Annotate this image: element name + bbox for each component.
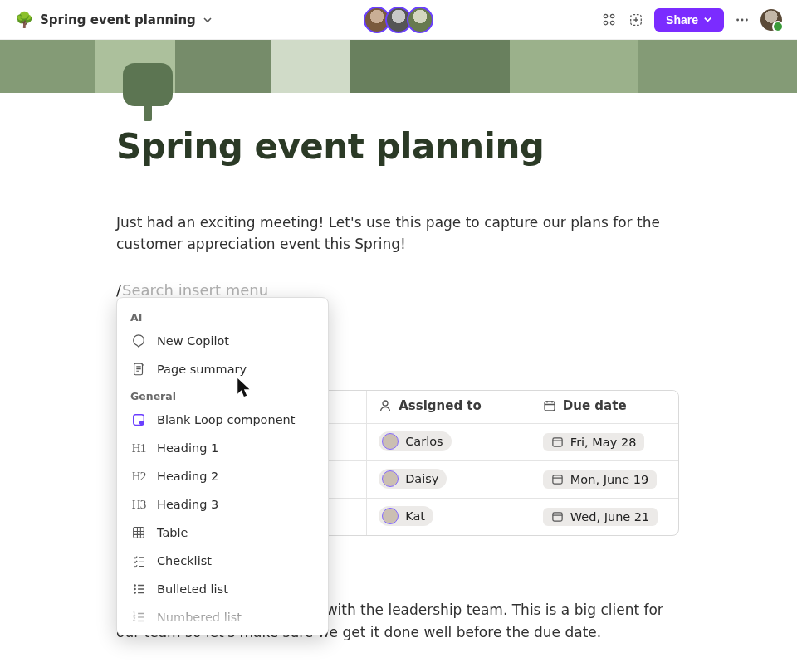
me-avatar[interactable]	[760, 9, 782, 31]
person-chip[interactable]: Daisy	[379, 469, 447, 489]
loop-icon	[130, 411, 147, 428]
person-chip[interactable]: Kat	[379, 506, 433, 526]
assignee-cell[interactable]: Kat	[367, 499, 531, 536]
cover-image[interactable]	[0, 40, 797, 93]
date-chip[interactable]: Fri, May 28	[543, 433, 645, 451]
insert-menu-item-label: Checklist	[157, 554, 212, 567]
date-chip-label: Wed, June 21	[570, 510, 649, 523]
svg-rect-12	[553, 513, 562, 521]
svg-point-15	[139, 421, 144, 425]
insert-menu-item-new-copilot[interactable]: New Copilot	[117, 327, 328, 355]
breadcrumb-label: Spring event planning	[40, 12, 196, 27]
date-chip-label: Fri, May 28	[570, 436, 637, 449]
svg-point-8	[383, 401, 388, 406]
svg-point-18	[134, 588, 136, 591]
workspace-icon: 🌳	[15, 12, 33, 27]
assignee-cell[interactable]: Carlos	[367, 424, 531, 461]
heading-2-icon: H2	[130, 468, 147, 485]
calendar-icon	[551, 473, 564, 485]
person-chip-label: Daisy	[405, 472, 438, 485]
table-icon	[130, 524, 147, 541]
intro-paragraph[interactable]: Just had an exciting meeting! Let's use …	[116, 212, 664, 256]
insert-menu-item-page-summary[interactable]: Page summary	[117, 355, 328, 383]
svg-rect-11	[553, 475, 562, 484]
share-label: Share	[666, 13, 698, 27]
share-button[interactable]: Share	[654, 8, 724, 32]
svg-point-6	[741, 18, 744, 21]
page-title[interactable]: Spring event planning	[116, 126, 747, 167]
svg-point-17	[134, 584, 136, 587]
person-chip-label: Kat	[405, 509, 425, 523]
heading-3-icon: H3	[130, 496, 147, 513]
svg-point-5	[736, 18, 739, 21]
numbered-list-icon: 12	[130, 609, 147, 626]
insert-icon[interactable]	[628, 12, 644, 28]
page-icon[interactable]	[123, 63, 173, 121]
svg-point-1	[611, 14, 614, 17]
insert-menu-item-loop[interactable]: Blank Loop component	[117, 406, 328, 434]
insert-menu-item-label: Numbered list	[157, 611, 242, 624]
avatar	[382, 470, 398, 487]
insert-menu-item-label: Bulleted list	[157, 582, 228, 596]
due-cell[interactable]: Fri, May 28	[531, 424, 678, 461]
insert-menu-item-label: Heading 1	[157, 441, 218, 455]
insert-menu-item-table[interactable]: Table	[117, 519, 328, 547]
svg-rect-10	[553, 438, 562, 446]
person-chip[interactable]: Carlos	[379, 431, 451, 451]
apps-icon[interactable]	[601, 12, 618, 28]
insert-menu-group-label: General	[117, 383, 328, 406]
insert-menu-item-label: Page summary	[157, 363, 247, 376]
text-caret	[120, 280, 120, 299]
person-icon	[379, 399, 392, 412]
insert-menu-item-bulleted-list[interactable]: Bulleted list	[117, 575, 328, 603]
calendar-icon	[551, 436, 564, 448]
presence-avatar[interactable]	[407, 7, 433, 33]
svg-point-3	[611, 21, 614, 24]
insert-menu-group-label: AI	[117, 304, 328, 327]
chevron-down-icon	[703, 15, 712, 24]
presence-avatars[interactable]	[364, 7, 433, 33]
insert-menu-item-label: Table	[157, 526, 188, 539]
slash-prefix: /	[116, 281, 121, 299]
table-header-assigned[interactable]: Assigned to	[367, 391, 531, 424]
insert-menu-item-label: Blank Loop component	[157, 413, 295, 426]
slash-placeholder: Search insert menu	[122, 281, 268, 299]
due-cell[interactable]: Wed, June 21	[531, 499, 678, 536]
avatar	[382, 508, 398, 524]
insert-menu-item-heading-2[interactable]: H2 Heading 2	[117, 462, 328, 490]
due-cell[interactable]: Mon, June 19	[531, 461, 678, 499]
table-header-label: Due date	[563, 398, 627, 413]
heading-1-icon: H1	[130, 440, 147, 456]
insert-menu-item-checklist[interactable]: Checklist	[117, 547, 328, 575]
svg-point-19	[134, 592, 136, 594]
svg-point-7	[746, 18, 748, 21]
svg-point-2	[604, 21, 607, 24]
copilot-icon	[130, 333, 147, 349]
table-header-label: Assigned to	[398, 398, 482, 413]
person-chip-label: Carlos	[405, 435, 443, 448]
date-chip-label: Mon, June 19	[570, 473, 648, 486]
breadcrumb[interactable]: 🌳 Spring event planning	[15, 12, 213, 27]
bulleted-list-icon	[130, 581, 147, 597]
assignee-cell[interactable]: Daisy	[367, 461, 531, 499]
top-bar: 🌳 Spring event planning Share	[0, 0, 797, 40]
svg-point-0	[604, 14, 607, 17]
table-header-due[interactable]: Due date	[531, 391, 678, 424]
calendar-icon	[551, 510, 564, 523]
svg-rect-16	[134, 528, 144, 538]
avatar	[382, 433, 398, 450]
slash-command-input[interactable]: /Search insert menu	[116, 280, 747, 299]
insert-menu-item-label: New Copilot	[157, 334, 229, 348]
insert-menu-item-heading-3[interactable]: H3 Heading 3	[117, 490, 328, 519]
insert-menu-item-heading-1[interactable]: H1 Heading 1	[117, 434, 328, 462]
more-icon[interactable]	[734, 12, 751, 28]
date-chip[interactable]: Wed, June 21	[543, 508, 658, 526]
insert-menu-item-label: Heading 2	[157, 470, 218, 483]
insert-menu: AI New Copilot Page summary General Blan…	[116, 297, 329, 635]
checklist-icon	[130, 553, 147, 569]
svg-text:2: 2	[133, 616, 136, 621]
calendar-icon	[543, 399, 556, 412]
insert-menu-item-numbered-list[interactable]: 12 Numbered list	[117, 603, 328, 631]
cursor-icon	[236, 377, 254, 397]
date-chip[interactable]: Mon, June 19	[543, 470, 657, 489]
